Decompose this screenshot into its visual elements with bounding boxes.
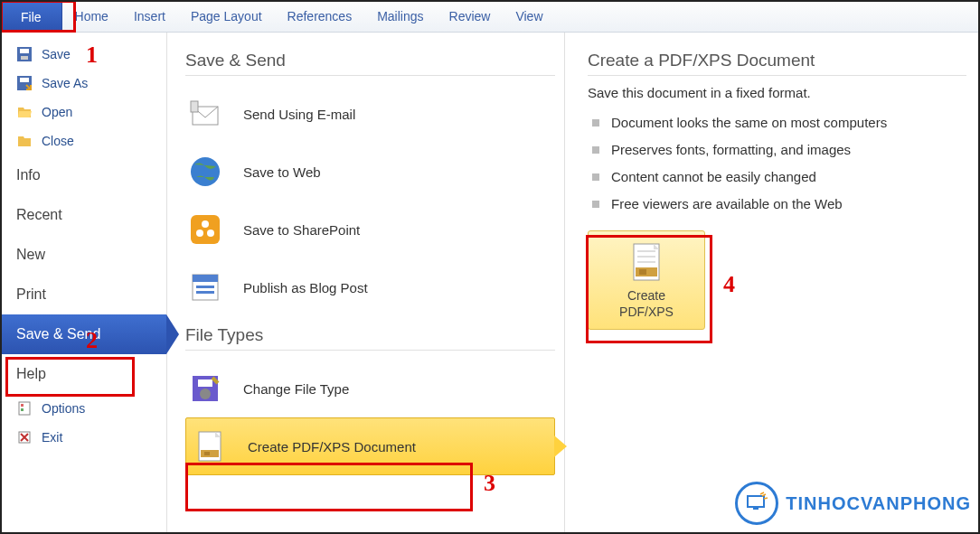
tab-page-layout[interactable]: Page Layout — [178, 0, 275, 33]
item-publish-blog[interactable]: Publish as Blog Post — [185, 258, 555, 316]
svg-rect-32 — [748, 496, 764, 507]
svg-point-14 — [202, 220, 209, 228]
folder-open-icon — [16, 104, 33, 120]
bullet-item: Content cannot be easily changed — [588, 164, 966, 191]
item-label: Save to SharePoint — [243, 222, 360, 238]
floppy-icon — [16, 46, 33, 62]
sidebar-new[interactable]: New — [0, 235, 166, 275]
sidebar-item-label: Close — [42, 134, 74, 148]
options-icon — [16, 400, 33, 417]
envelope-icon — [185, 94, 225, 134]
tab-references[interactable]: References — [275, 0, 365, 33]
tab-file[interactable]: File — [0, 0, 62, 33]
item-save-sharepoint[interactable]: Save to SharePoint — [185, 201, 555, 258]
sidebar-save-and-send[interactable]: Save & Send — [0, 314, 166, 354]
sidebar-close[interactable]: Close — [0, 126, 166, 155]
tab-insert[interactable]: Insert — [121, 0, 178, 33]
bullet-item: Document looks the same on most computer… — [588, 109, 966, 136]
svg-rect-18 — [196, 286, 214, 288]
svg-point-11 — [191, 157, 220, 186]
sidebar-item-label: Save As — [42, 76, 88, 90]
exit-icon — [16, 429, 33, 445]
item-create-pdf-xps[interactable]: Create PDF/XPS Document — [185, 417, 555, 475]
bullet-item: Preserves fonts, formatting, and images — [588, 136, 966, 164]
ribbon: File Home Insert Page Layout References … — [0, 0, 980, 33]
detail-title: Create a PDF/XPS Document — [588, 51, 966, 76]
saveas-icon — [16, 75, 33, 91]
svg-point-13 — [196, 230, 203, 237]
sidebar-open[interactable]: Open — [0, 98, 166, 126]
detail-bullets: Document looks the same on most computer… — [588, 109, 966, 218]
detail-pane: Create a PDF/XPS Document Save this docu… — [565, 33, 980, 534]
svg-rect-12 — [191, 215, 220, 244]
tab-home[interactable]: Home — [62, 0, 121, 33]
pdf-doc-icon — [190, 426, 230, 466]
backstage: Save Save As Open Close Info Recent New … — [0, 33, 980, 534]
svg-rect-4 — [20, 78, 29, 82]
sidebar-item-label: Save — [42, 47, 71, 61]
watermark-logo: TINHOCVANPHONG — [735, 482, 971, 525]
sidebar-save-as[interactable]: Save As — [0, 69, 166, 98]
section-title-save-send: Save & Send — [185, 51, 555, 76]
sidebar-save[interactable]: Save — [0, 40, 166, 69]
sidebar-print[interactable]: Print — [0, 275, 166, 314]
sidebar-item-label: Options — [42, 401, 85, 416]
item-label: Change File Type — [243, 381, 349, 397]
svg-rect-28 — [639, 269, 646, 275]
item-save-web[interactable]: Save to Web — [185, 143, 555, 201]
button-label: CreatePDF/XPS — [619, 287, 674, 320]
sidebar-recent[interactable]: Recent — [0, 195, 166, 235]
bullet-item: Free viewers are available on the Web — [588, 191, 966, 218]
item-change-file-type[interactable]: Change File Type — [185, 360, 555, 417]
change-filetype-icon — [185, 369, 225, 408]
sidebar: Save Save As Open Close Info Recent New … — [0, 33, 167, 534]
svg-rect-1 — [20, 49, 29, 53]
svg-rect-7 — [21, 408, 24, 411]
svg-rect-19 — [196, 291, 214, 294]
svg-rect-10 — [191, 101, 198, 112]
sidebar-item-label: Open — [42, 105, 72, 119]
create-pdf-xps-button[interactable]: CreatePDF/XPS — [588, 230, 705, 330]
sharepoint-icon — [185, 210, 225, 249]
logo-monitor-icon — [735, 482, 778, 525]
tab-view[interactable]: View — [503, 0, 555, 33]
svg-rect-2 — [21, 56, 28, 60]
sidebar-help[interactable]: Help — [0, 354, 166, 394]
tab-review[interactable]: Review — [437, 0, 504, 33]
svg-rect-17 — [193, 275, 218, 282]
svg-rect-25 — [204, 452, 210, 455]
item-label: Publish as Blog Post — [243, 280, 368, 295]
item-label: Save to Web — [243, 164, 321, 180]
item-send-email[interactable]: Send Using E-mail — [185, 85, 555, 143]
sidebar-exit[interactable]: Exit — [0, 423, 166, 452]
tab-mailings[interactable]: Mailings — [364, 0, 436, 33]
pdf-large-icon — [625, 240, 668, 284]
folder-icon — [16, 133, 33, 149]
globe-icon — [185, 152, 225, 192]
svg-point-15 — [207, 230, 214, 237]
sidebar-item-label: Exit — [42, 430, 62, 445]
svg-rect-6 — [21, 404, 24, 407]
svg-rect-33 — [753, 507, 759, 510]
svg-rect-21 — [198, 379, 212, 387]
sidebar-info[interactable]: Info — [0, 155, 166, 195]
blog-icon — [185, 267, 225, 307]
detail-desc: Save this document in a fixed format. — [588, 85, 966, 100]
sidebar-options[interactable]: Options — [0, 394, 166, 423]
svg-point-22 — [200, 389, 211, 399]
section-title-file-types: File Types — [185, 325, 555, 351]
logo-text: TINHOCVANPHONG — [786, 493, 971, 514]
item-label: Create PDF/XPS Document — [248, 439, 416, 454]
save-send-column: Save & Send Send Using E-mail Save to We… — [167, 33, 565, 534]
item-label: Send Using E-mail — [243, 107, 355, 122]
svg-rect-5 — [19, 402, 30, 415]
